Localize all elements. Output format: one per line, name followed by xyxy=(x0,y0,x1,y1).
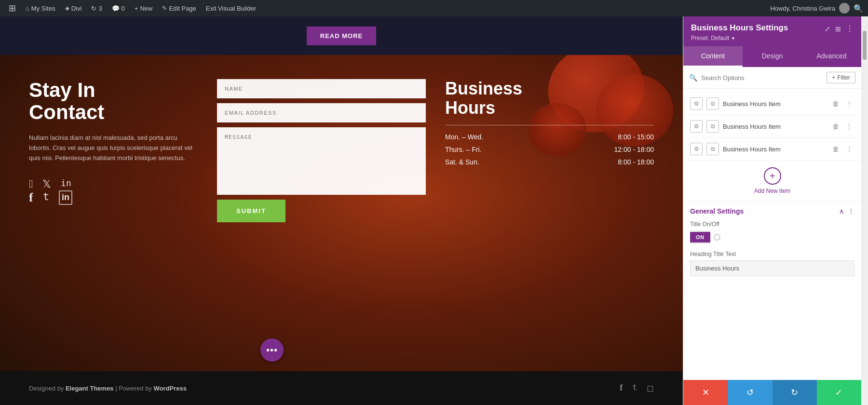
panel-layout-icon[interactable]: ⊞ xyxy=(835,25,841,33)
save-button[interactable]: ✓ xyxy=(817,380,861,405)
scroll-thumb[interactable] xyxy=(863,31,867,60)
user-avatar[interactable] xyxy=(839,3,850,14)
edit-page-label: Edit Page xyxy=(169,5,196,12)
panel-more-icon[interactable]: ⋮ xyxy=(846,24,854,33)
item-settings-icon-1[interactable]: ⚙ xyxy=(690,120,703,133)
heading-title-input[interactable] xyxy=(690,260,854,276)
revisions-button[interactable]: ↻ 3 xyxy=(87,0,106,16)
save-icon: ✓ xyxy=(835,387,842,398)
item-delete-icon-2[interactable]: 🗑 xyxy=(830,144,841,154)
settings-panel: Business Hours Settings Preset: Default … xyxy=(683,16,861,405)
undo-button[interactable]: ↺ xyxy=(728,380,772,405)
toggle-on-label: ON xyxy=(690,232,710,243)
edit-page-button[interactable]: ✎ Edit Page xyxy=(158,0,200,16)
footer-instagram-icon[interactable]: ◻ xyxy=(647,383,654,393)
business-hours-divider xyxy=(445,125,654,125)
redo-icon: ↻ xyxy=(791,387,798,398)
name-input[interactable] xyxy=(217,79,426,98)
search-options-icon: 🔍 xyxy=(689,74,697,81)
divi-menu[interactable]: ◈ Divi xyxy=(61,0,86,16)
wp-logo[interactable]: ⊞ xyxy=(5,0,20,16)
item-delete-icon-0[interactable]: 🗑 xyxy=(830,99,841,108)
add-new-item-label: Add New Item xyxy=(754,188,790,194)
contact-content: Stay In Contact Nullam lacinia diam at n… xyxy=(0,55,683,405)
bh-row-1: Thurs. – Fri. 12:00 - 18:00 xyxy=(445,146,654,153)
footer-facebook-icon[interactable]: f xyxy=(620,383,623,393)
revisions-icon: ↻ xyxy=(91,5,96,12)
item-delete-icon-1[interactable]: 🗑 xyxy=(830,122,841,131)
business-hours-column: BusinessHours Mon. – Wed. 8:00 - 15:00 T… xyxy=(445,79,654,381)
search-icon[interactable]: 🔍 xyxy=(854,4,863,13)
stay-in-contact-title: Stay In Contact xyxy=(29,79,198,123)
bh-row-0: Mon. – Wed. 8:00 - 15:00 xyxy=(445,133,654,141)
filter-button[interactable]: + Filter xyxy=(827,72,855,83)
canvas-hero: READ MORE xyxy=(0,16,683,55)
tab-advanced[interactable]: Advanced xyxy=(802,46,861,67)
site-footer: Designed by Elegant Themes | Powered by … xyxy=(0,371,683,405)
item-copy-icon-2[interactable]: ⧉ xyxy=(706,143,719,155)
submit-button[interactable]: SUBMIT xyxy=(217,200,285,222)
undo-icon: ↺ xyxy=(746,387,754,398)
bh-day-1: Thurs. – Fri. xyxy=(445,146,481,153)
house-icon: ⌂ xyxy=(26,5,29,12)
my-sites-label: My Sites xyxy=(31,5,55,12)
item-more-icon-1[interactable]: ⋮ xyxy=(844,122,854,131)
tab-content[interactable]: Content xyxy=(683,46,743,67)
comments-button[interactable]: 💬 0 xyxy=(108,0,129,16)
footer-wordpress[interactable]: WordPress xyxy=(153,385,186,392)
item-more-icon-0[interactable]: ⋮ xyxy=(844,99,854,108)
panel-expand-icon[interactable]: ⤢ xyxy=(825,25,830,33)
footer-social-icons: f t ◻ xyxy=(620,383,654,393)
business-hours-item-label-2: Business Hours Item xyxy=(723,146,827,153)
item-more-icon-2[interactable]: ⋮ xyxy=(844,144,854,154)
add-new-item-button[interactable]: + Add New Item xyxy=(683,161,861,202)
my-sites-menu[interactable]: ⌂ My Sites xyxy=(22,0,59,16)
business-hours-item-label-0: Business Hours Item xyxy=(723,100,827,108)
footer-powered-by: | Powered by xyxy=(115,385,153,392)
tab-design[interactable]: Design xyxy=(743,46,802,67)
search-options-input[interactable] xyxy=(701,74,823,81)
redo-button[interactable]: ↻ xyxy=(773,380,817,405)
item-copy-icon-0[interactable]: ⧉ xyxy=(706,97,719,110)
twitter-social-icon[interactable]: t xyxy=(43,190,49,205)
settings-collapse-icon[interactable]: ∧ xyxy=(839,207,844,215)
canvas: READ MORE Stay In Contact Nullam lacinia… xyxy=(0,16,683,405)
panel-preset-dropdown[interactable]: Preset: Default xyxy=(691,35,788,41)
floating-action-button[interactable]: ••• xyxy=(260,338,284,362)
top-bar-right: Howdy, Christina Gwira 🔍 xyxy=(770,3,863,14)
footer-twitter-icon[interactable]: t xyxy=(632,383,637,393)
item-settings-icon-2[interactable]: ⚙ xyxy=(690,143,703,155)
cancel-button[interactable]: ✕ xyxy=(683,380,728,405)
twitter-icon[interactable]: 𝕏 xyxy=(42,178,51,190)
read-more-button[interactable]: READ MORE xyxy=(307,27,376,45)
bh-day-0: Mon. – Wed. xyxy=(445,133,483,141)
message-textarea[interactable] xyxy=(217,127,426,195)
exit-builder-label: Exit Visual Builder xyxy=(206,5,257,12)
email-input[interactable] xyxy=(217,103,426,122)
facebook-icon[interactable]:  xyxy=(29,178,33,190)
revisions-count: 3 xyxy=(98,5,102,12)
panel-search-bar: 🔍 + Filter xyxy=(683,67,861,89)
exit-builder-button[interactable]: Exit Visual Builder xyxy=(202,0,260,16)
scrollbar[interactable] xyxy=(861,16,868,405)
title-toggle-switch[interactable]: ON xyxy=(690,230,724,244)
settings-header-actions: ∧ ⋮ xyxy=(839,207,854,215)
item-settings-icon-0[interactable]: ⚙ xyxy=(690,97,703,110)
main-container: READ MORE Stay In Contact Nullam lacinia… xyxy=(0,16,868,405)
linkedin-social-icon[interactable]: in xyxy=(59,190,72,205)
panel-wrapper: Business Hours Settings Preset: Default … xyxy=(683,16,868,405)
contact-left-column: Stay In Contact Nullam lacinia diam at n… xyxy=(29,79,198,381)
item-copy-icon-1[interactable]: ⧉ xyxy=(706,120,719,133)
social-icons:  𝕏 in xyxy=(29,178,198,190)
linkedin-icon[interactable]: in xyxy=(61,178,71,190)
footer-elegant-themes[interactable]: Elegant Themes xyxy=(66,385,114,392)
fab-dots-icon: ••• xyxy=(266,345,278,356)
toggle-thumb-area xyxy=(710,230,724,244)
new-button[interactable]: + New xyxy=(131,0,157,16)
cancel-icon: ✕ xyxy=(702,387,709,398)
settings-section-header: General Settings ∧ ⋮ xyxy=(690,207,854,215)
settings-more-icon[interactable]: ⋮ xyxy=(848,207,854,215)
contact-form: SUBMIT xyxy=(217,79,426,381)
facebook-social-icon[interactable]: f xyxy=(29,190,33,205)
bh-time-1: 12:00 - 18:00 xyxy=(614,146,654,153)
